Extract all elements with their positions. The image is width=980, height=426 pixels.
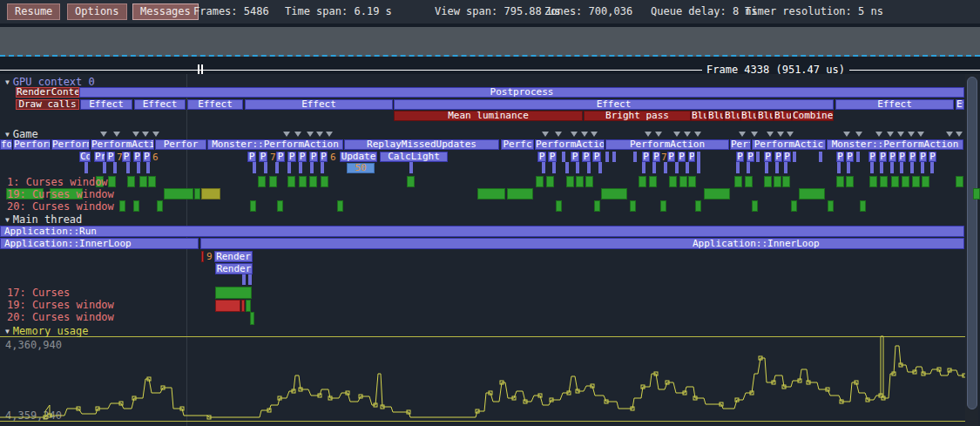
section-header-main-thread[interactable]: ▼Main thread — [5, 214, 82, 226]
collapsed-zone-tick[interactable] — [819, 152, 822, 162]
collapsed-zone-tick[interactable] — [253, 162, 256, 173]
zone-bar[interactable]: P — [652, 152, 660, 162]
gpu-pass-zone[interactable]: Blur — [740, 111, 757, 121]
zone-bar[interactable]: Effect — [80, 99, 132, 110]
lock-event-bar[interactable] — [556, 200, 562, 212]
zone-bar[interactable]: P — [919, 152, 927, 162]
lock-contended-bar[interactable] — [201, 188, 220, 199]
lock-event-bar[interactable] — [585, 176, 593, 187]
collapsed-zone-tick[interactable] — [126, 162, 130, 173]
lock-event-bar[interactable] — [799, 188, 825, 199]
collapsed-zone-tick[interactable] — [137, 162, 140, 173]
collapsed-zone-tick[interactable] — [847, 162, 850, 173]
zone-bar[interactable]: P — [122, 152, 131, 162]
collapsed-zone-tick[interactable] — [321, 162, 324, 173]
collapsed-zone-tick[interactable] — [642, 162, 645, 173]
collapsed-zone-tick[interactable] — [310, 162, 314, 173]
scrollbar-thumb[interactable] — [967, 77, 977, 409]
lock-blocked-bar[interactable] — [215, 300, 240, 312]
gpu-pass-zone[interactable]: Bright pass — [584, 111, 691, 121]
lock-event-bar[interactable] — [299, 176, 307, 187]
lock-event-bar[interactable] — [704, 188, 730, 199]
lock-event-bar[interactable] — [337, 200, 343, 212]
collapsed-zone-tick[interactable] — [562, 152, 565, 162]
lock-event-bar[interactable] — [688, 176, 696, 187]
zone-bar[interactable]: Pr — [94, 152, 105, 162]
lock-event-bar[interactable] — [246, 300, 251, 312]
gpu-pass-zone[interactable]: Blur — [774, 111, 792, 121]
frames-overview-strip[interactable] — [0, 27, 980, 57]
lock-event-bar[interactable] — [669, 176, 677, 187]
collapsed-zone-tick[interactable] — [565, 162, 569, 173]
collapsed-zone-tick[interactable] — [765, 162, 768, 173]
collapsed-zone-tick[interactable] — [552, 162, 556, 173]
zone-bar[interactable]: Application::Run — [0, 226, 964, 237]
gpu-pass-zone[interactable]: Blur — [691, 111, 707, 121]
zone-bar[interactable]: P — [298, 152, 307, 162]
collapsed-zone-tick[interactable] — [113, 162, 117, 173]
zone-bar[interactable]: Postprocess — [79, 87, 964, 98]
collapsed-count[interactable]: 7 — [661, 152, 667, 162]
collapsed-zone-tick[interactable] — [697, 152, 700, 162]
collapsed-zone-tick[interactable] — [103, 162, 106, 173]
gpu-pass-zone[interactable]: Blur — [707, 111, 724, 121]
zone-bar[interactable]: P — [592, 152, 601, 162]
zone-bar[interactable]: Application::InnerLoop — [0, 238, 199, 249]
section-header-memory-usage[interactable]: ▼Memory usage — [5, 326, 89, 337]
zone-bar[interactable]: Effect — [134, 99, 186, 110]
zone-bar[interactable]: fo — [0, 139, 12, 150]
zone-bar[interactable]: Ef — [956, 99, 964, 110]
collapsed-zone-tick[interactable] — [784, 162, 787, 173]
collapsed-zone-tick[interactable] — [747, 162, 750, 173]
zone-bar[interactable]: P — [846, 152, 854, 162]
collapsed-zone-tick[interactable] — [890, 162, 894, 173]
lock-event-bar[interactable] — [745, 176, 753, 187]
lock-row-label[interactable]: 17: Curses — [7, 287, 70, 298]
collapsed-count[interactable]: 9 — [206, 252, 213, 261]
lock-event-bar[interactable] — [536, 176, 544, 187]
lock-blocked-bar[interactable] — [201, 251, 204, 262]
zone-bar[interactable]: P — [247, 152, 256, 162]
collapsed-zone-tick[interactable] — [921, 162, 924, 173]
zone-bar[interactable]: P — [736, 152, 744, 162]
zone-bar[interactable]: ReplayMissedUpdates — [344, 139, 499, 150]
lock-event-bar[interactable] — [860, 200, 866, 212]
collapsed-zone-tick[interactable] — [793, 152, 796, 162]
gpu-pass-zone[interactable]: Blur — [724, 111, 740, 121]
collapsed-zone-tick[interactable] — [775, 162, 779, 173]
zone-bar[interactable]: P — [836, 152, 844, 162]
lock-event-bar[interactable] — [133, 200, 139, 212]
lock-event-bar[interactable] — [649, 176, 657, 187]
zone-bar[interactable]: PerformActio — [535, 139, 605, 150]
lock-event-bar[interactable] — [902, 176, 909, 187]
collapsed-zone-tick[interactable] — [910, 162, 914, 173]
gpu-pass-zone[interactable]: Mean luminance — [394, 111, 583, 121]
collapsed-zone-tick[interactable] — [675, 162, 679, 173]
collapsed-zone-tick[interactable] — [248, 274, 252, 285]
collapsed-zone-tick[interactable] — [598, 162, 602, 173]
zone-bar[interactable]: Monster::PerformAction — [207, 139, 343, 150]
lock-row-label[interactable]: 20: Curses window — [7, 201, 114, 212]
collapsed-zone-tick[interactable] — [299, 162, 302, 173]
lock-event-bar[interactable] — [679, 176, 687, 187]
lock-row-label[interactable]: 1: Curses window — [7, 177, 108, 187]
lock-event-bar[interactable] — [922, 176, 929, 187]
lock-event-bar[interactable] — [250, 312, 254, 325]
zone-bar[interactable]: P — [548, 152, 557, 162]
zone-bar[interactable]: P — [106, 152, 115, 162]
lock-event-bar[interactable] — [576, 176, 584, 187]
zone-bar[interactable]: Effect — [245, 99, 393, 110]
lock-event-bar[interactable] — [321, 176, 328, 187]
lock-event-bar[interactable] — [215, 287, 252, 299]
lock-event-bar[interactable] — [695, 200, 701, 212]
lock-event-bar[interactable] — [828, 200, 834, 212]
collapsed-zone-tick[interactable] — [697, 162, 700, 173]
resume-button[interactable]: Resume — [7, 3, 60, 20]
collapsed-zone-tick[interactable] — [930, 162, 934, 173]
collapsed-zone-tick[interactable] — [870, 162, 874, 173]
collapsed-count[interactable]: 7 — [270, 152, 276, 162]
zone-bar[interactable]: P — [764, 152, 772, 162]
lock-event-bar[interactable] — [764, 176, 772, 187]
collapsed-count[interactable]: 7 — [117, 152, 123, 162]
lock-event-bar[interactable] — [601, 188, 627, 199]
